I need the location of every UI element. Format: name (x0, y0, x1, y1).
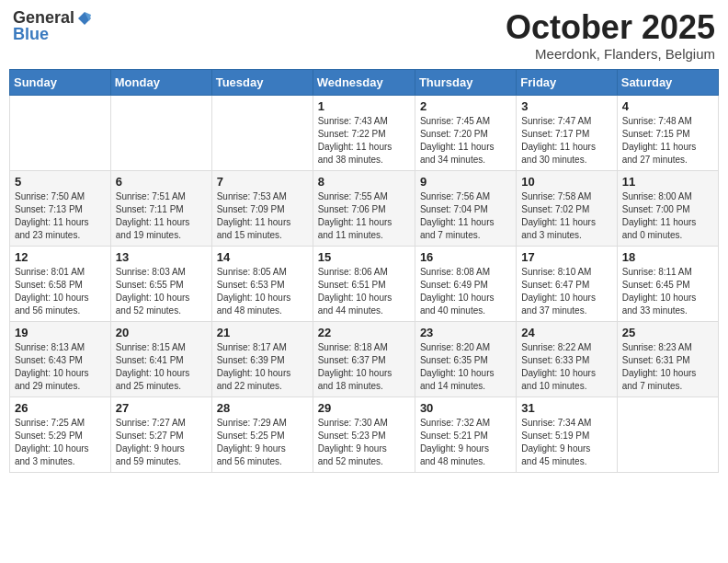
day-info: Sunrise: 7:50 AM Sunset: 7:13 PM Dayligh… (15, 190, 106, 242)
day-info: Sunrise: 7:58 AM Sunset: 7:02 PM Dayligh… (521, 190, 611, 242)
day-number: 13 (116, 250, 207, 264)
day-number: 14 (217, 250, 308, 264)
day-info: Sunrise: 7:32 AM Sunset: 5:21 PM Dayligh… (420, 417, 511, 468)
calendar-cell (211, 95, 313, 170)
day-number: 22 (318, 326, 410, 339)
calendar-cell: 14Sunrise: 8:05 AM Sunset: 6:53 PM Dayli… (211, 246, 313, 321)
day-of-week-header: Monday (110, 69, 211, 95)
calendar-cell: 5Sunrise: 7:50 AM Sunset: 7:13 PM Daylig… (10, 170, 111, 246)
calendar-cell: 29Sunrise: 7:30 AM Sunset: 5:23 PM Dayli… (313, 396, 415, 472)
calendar-header-row: SundayMondayTuesdayWednesdayThursdayFrid… (10, 69, 719, 95)
calendar-cell: 22Sunrise: 8:18 AM Sunset: 6:37 PM Dayli… (313, 321, 415, 396)
calendar-cell: 19Sunrise: 8:13 AM Sunset: 6:43 PM Dayli… (10, 321, 111, 396)
calendar-cell: 8Sunrise: 7:55 AM Sunset: 7:06 PM Daylig… (313, 170, 415, 246)
calendar-week-row: 26Sunrise: 7:25 AM Sunset: 5:29 PM Dayli… (10, 396, 719, 472)
day-info: Sunrise: 8:08 AM Sunset: 6:49 PM Dayligh… (420, 266, 511, 317)
day-info: Sunrise: 7:43 AM Sunset: 7:22 PM Dayligh… (318, 115, 410, 167)
day-number: 23 (420, 326, 511, 339)
day-number: 10 (521, 175, 611, 189)
day-number: 7 (217, 175, 308, 189)
day-number: 4 (622, 99, 713, 113)
calendar-cell (110, 95, 211, 170)
logo-blue: Blue (13, 26, 49, 44)
day-info: Sunrise: 8:20 AM Sunset: 6:35 PM Dayligh… (420, 341, 511, 393)
day-number: 28 (217, 401, 308, 415)
day-info: Sunrise: 7:47 AM Sunset: 7:17 PM Dayligh… (521, 115, 611, 167)
day-info: Sunrise: 7:34 AM Sunset: 5:19 PM Dayligh… (521, 417, 611, 468)
day-number: 30 (420, 401, 511, 415)
day-number: 12 (15, 250, 106, 264)
title-block: October 2025 Meerdonk, Flanders, Belgium (506, 9, 715, 62)
day-number: 25 (622, 326, 713, 339)
calendar-cell: 26Sunrise: 7:25 AM Sunset: 5:29 PM Dayli… (10, 396, 111, 472)
calendar-cell: 17Sunrise: 8:10 AM Sunset: 6:47 PM Dayli… (517, 246, 617, 321)
day-info: Sunrise: 8:03 AM Sunset: 6:55 PM Dayligh… (116, 266, 207, 317)
calendar-cell: 4Sunrise: 7:48 AM Sunset: 7:15 PM Daylig… (617, 95, 718, 170)
calendar-cell: 11Sunrise: 8:00 AM Sunset: 7:00 PM Dayli… (617, 170, 718, 246)
day-number: 5 (15, 175, 106, 189)
day-of-week-header: Tuesday (211, 69, 313, 95)
calendar-cell: 15Sunrise: 8:06 AM Sunset: 6:51 PM Dayli… (313, 246, 415, 321)
calendar-cell: 7Sunrise: 7:53 AM Sunset: 7:09 PM Daylig… (211, 170, 313, 246)
calendar-cell: 2Sunrise: 7:45 AM Sunset: 7:20 PM Daylig… (415, 95, 516, 170)
day-info: Sunrise: 7:48 AM Sunset: 7:15 PM Dayligh… (622, 115, 713, 167)
day-number: 6 (116, 175, 207, 189)
day-number: 20 (116, 326, 207, 339)
calendar-cell: 18Sunrise: 8:11 AM Sunset: 6:45 PM Dayli… (617, 246, 718, 321)
logo: General Blue (13, 9, 93, 44)
day-info: Sunrise: 8:00 AM Sunset: 7:00 PM Dayligh… (622, 190, 713, 242)
day-number: 9 (420, 175, 511, 189)
calendar-cell: 6Sunrise: 7:51 AM Sunset: 7:11 PM Daylig… (110, 170, 211, 246)
calendar-cell: 12Sunrise: 8:01 AM Sunset: 6:58 PM Dayli… (10, 246, 111, 321)
calendar-cell: 16Sunrise: 8:08 AM Sunset: 6:49 PM Dayli… (415, 246, 516, 321)
day-info: Sunrise: 8:23 AM Sunset: 6:31 PM Dayligh… (622, 341, 713, 393)
day-info: Sunrise: 7:51 AM Sunset: 7:11 PM Dayligh… (116, 190, 207, 242)
calendar-cell (10, 95, 111, 170)
day-of-week-header: Saturday (617, 69, 718, 95)
day-info: Sunrise: 8:01 AM Sunset: 6:58 PM Dayligh… (15, 266, 106, 317)
day-number: 18 (622, 250, 713, 264)
calendar-week-row: 5Sunrise: 7:50 AM Sunset: 7:13 PM Daylig… (10, 170, 719, 246)
day-info: Sunrise: 7:29 AM Sunset: 5:25 PM Dayligh… (217, 417, 308, 468)
location: Meerdonk, Flanders, Belgium (506, 46, 715, 62)
day-number: 24 (521, 326, 611, 339)
day-number: 15 (318, 250, 410, 264)
calendar-cell: 21Sunrise: 8:17 AM Sunset: 6:39 PM Dayli… (211, 321, 313, 396)
calendar-cell: 13Sunrise: 8:03 AM Sunset: 6:55 PM Dayli… (110, 246, 211, 321)
day-number: 3 (521, 99, 611, 113)
day-info: Sunrise: 7:56 AM Sunset: 7:04 PM Dayligh… (420, 190, 511, 242)
day-info: Sunrise: 8:06 AM Sunset: 6:51 PM Dayligh… (318, 266, 410, 317)
day-number: 1 (318, 99, 410, 113)
calendar-cell: 30Sunrise: 7:32 AM Sunset: 5:21 PM Dayli… (415, 396, 516, 472)
calendar-week-row: 12Sunrise: 8:01 AM Sunset: 6:58 PM Dayli… (10, 246, 719, 321)
month-title: October 2025 (506, 9, 715, 46)
calendar-cell: 28Sunrise: 7:29 AM Sunset: 5:25 PM Dayli… (211, 396, 313, 472)
day-number: 29 (318, 401, 410, 415)
calendar-table: SundayMondayTuesdayWednesdayThursdayFrid… (9, 69, 719, 473)
day-info: Sunrise: 7:45 AM Sunset: 7:20 PM Dayligh… (420, 115, 511, 167)
day-info: Sunrise: 8:22 AM Sunset: 6:33 PM Dayligh… (521, 341, 611, 393)
day-number: 19 (15, 326, 106, 339)
day-number: 26 (15, 401, 106, 415)
day-info: Sunrise: 8:15 AM Sunset: 6:41 PM Dayligh… (116, 341, 207, 393)
day-info: Sunrise: 8:10 AM Sunset: 6:47 PM Dayligh… (521, 266, 611, 317)
day-info: Sunrise: 7:53 AM Sunset: 7:09 PM Dayligh… (217, 190, 308, 242)
calendar-cell: 25Sunrise: 8:23 AM Sunset: 6:31 PM Dayli… (617, 321, 718, 396)
calendar-cell: 27Sunrise: 7:27 AM Sunset: 5:27 PM Dayli… (110, 396, 211, 472)
day-info: Sunrise: 7:27 AM Sunset: 5:27 PM Dayligh… (116, 417, 207, 468)
day-info: Sunrise: 7:55 AM Sunset: 7:06 PM Dayligh… (318, 190, 410, 242)
calendar-cell: 24Sunrise: 8:22 AM Sunset: 6:33 PM Dayli… (517, 321, 617, 396)
day-info: Sunrise: 8:11 AM Sunset: 6:45 PM Dayligh… (622, 266, 713, 317)
calendar-cell (617, 396, 718, 472)
day-of-week-header: Friday (517, 69, 617, 95)
day-number: 2 (420, 99, 511, 113)
day-info: Sunrise: 8:13 AM Sunset: 6:43 PM Dayligh… (15, 341, 106, 393)
day-number: 11 (622, 175, 713, 189)
day-of-week-header: Thursday (415, 69, 516, 95)
day-number: 27 (116, 401, 207, 415)
day-number: 16 (420, 250, 511, 264)
calendar-cell: 9Sunrise: 7:56 AM Sunset: 7:04 PM Daylig… (415, 170, 516, 246)
calendar-week-row: 19Sunrise: 8:13 AM Sunset: 6:43 PM Dayli… (10, 321, 719, 396)
day-of-week-header: Sunday (10, 69, 111, 95)
day-number: 21 (217, 326, 308, 339)
